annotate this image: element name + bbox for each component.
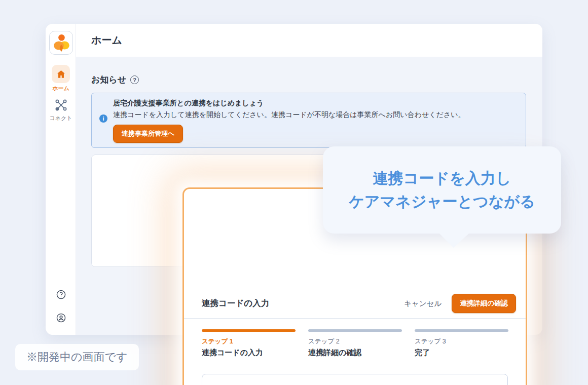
modal-title: 連携コードの入力	[202, 298, 269, 309]
link-code-input[interactable]	[202, 374, 508, 385]
tooltip-bubble: 連携コードを入力し ケアマネジャーとつながる	[323, 146, 561, 234]
step-1: ステップ 1 連携コードの入力	[202, 329, 296, 358]
tooltip-line-2: ケアマネジャーとつながる	[323, 190, 561, 213]
step-2-label: ステップ 2	[308, 337, 402, 346]
app-logo[interactable]	[49, 31, 73, 55]
step-1-bar	[202, 329, 296, 332]
notice-heading-label: お知らせ	[91, 74, 126, 86]
info-icon: i	[99, 114, 107, 123]
step-2: ステップ 2 連携詳細の確認	[308, 329, 402, 358]
sidebar-item-label: コネクト	[46, 114, 76, 122]
confirm-details-button[interactable]: 連携詳細の確認	[452, 294, 516, 313]
sidebar-item-label: ホーム	[46, 85, 76, 92]
step-1-name: 連携コードの入力	[202, 348, 296, 358]
modal-divider	[184, 318, 526, 319]
sidebar: ホーム コネクト	[46, 24, 76, 335]
notice-banner: i 居宅介護支援事業所との連携をはじめましょう 連携コードを入力して連携を開始し…	[91, 93, 526, 148]
notice-description: 連携コードを入力して連携を開始してください。連携コードが不明な場合は事業所へお問…	[113, 109, 518, 120]
account-icon[interactable]	[56, 313, 66, 323]
manage-partners-button[interactable]: 連携事業所管理へ	[113, 125, 183, 143]
sidebar-item-home[interactable]: ホーム	[46, 65, 76, 92]
tooltip-line-1: 連携コードを入力し	[323, 167, 561, 190]
notice-content: 居宅介護支援事業所との連携をはじめましょう 連携コードを入力して連携を開始してく…	[113, 97, 518, 143]
step-indicator: ステップ 1 連携コードの入力 ステップ 2 連携詳細の確認 ステップ 3 完了	[202, 329, 508, 358]
step-3-label: ステップ 3	[415, 337, 508, 346]
home-icon	[52, 65, 70, 83]
person-logo-icon	[52, 33, 70, 53]
app-header: ホーム	[76, 24, 542, 57]
step-2-bar	[308, 329, 402, 332]
notice-section-heading: お知らせ ?	[91, 74, 139, 86]
sidebar-item-connect[interactable]: コネクト	[46, 98, 76, 122]
step-3: ステップ 3 完了	[415, 329, 508, 358]
modal-header: 連携コードの入力 キャンセル 連携詳細の確認	[202, 293, 516, 314]
help-icon[interactable]	[56, 289, 66, 300]
step-2-name: 連携詳細の確認	[308, 348, 402, 358]
connect-icon	[52, 98, 70, 112]
step-3-bar	[415, 329, 508, 332]
modal-actions: キャンセル 連携詳細の確認	[404, 294, 516, 313]
step-3-name: 完了	[415, 348, 508, 358]
help-circle-icon[interactable]: ?	[130, 75, 139, 84]
step-1-label: ステップ 1	[202, 337, 296, 346]
notice-title: 居宅介護支援事業所との連携をはじめましょう	[113, 97, 518, 109]
cancel-button[interactable]: キャンセル	[404, 299, 442, 309]
page-title: ホーム	[91, 33, 122, 47]
dev-note-label: ※開発中の画面です	[15, 344, 139, 370]
